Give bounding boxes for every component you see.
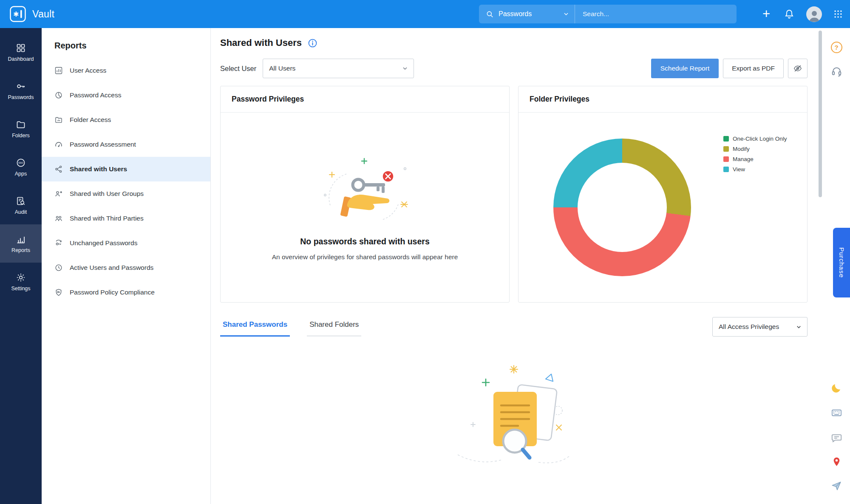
chevron-down-icon — [796, 324, 802, 330]
password-access-icon — [54, 91, 63, 99]
info-icon[interactable] — [307, 38, 318, 48]
key-icon — [16, 81, 26, 91]
eye-off-icon — [793, 64, 802, 73]
legend-item: One-Click Login Only — [723, 136, 787, 142]
legend-item: Manage — [723, 156, 787, 162]
password-assessment-icon — [54, 140, 63, 149]
legend-label: View — [733, 166, 745, 173]
report-item-password-policy-compliance[interactable]: Password Policy Compliance — [42, 280, 210, 305]
report-item-shared-with-user-groups[interactable]: Shared with User Groups — [42, 181, 210, 206]
export-pdf-button[interactable]: Export as PDF — [723, 59, 784, 78]
legend-item: View — [723, 166, 787, 173]
sidebar-item-audit[interactable]: Audit — [0, 186, 42, 224]
report-item-label: Shared with Users — [70, 165, 127, 173]
search-input[interactable] — [575, 5, 737, 23]
hand-key-empty-illustration — [314, 154, 416, 227]
shared-with-users-icon — [54, 165, 63, 173]
legend-swatch — [723, 167, 729, 172]
select-user-dropdown[interactable]: All Users — [263, 59, 414, 78]
reports-chart-icon — [16, 234, 26, 244]
search-scope-dropdown[interactable]: Passwords — [479, 5, 575, 23]
svg-text:SSO: SSO — [18, 161, 23, 164]
legend-label: Manage — [733, 156, 754, 162]
chevron-down-icon — [563, 11, 570, 17]
report-item-active-users-and-passwords[interactable]: Active Users and Passwords — [42, 255, 210, 280]
feedback-chat-icon[interactable] — [830, 431, 843, 444]
report-item-shared-with-users[interactable]: Shared with Users — [42, 157, 210, 181]
folder-privileges-card: Folder Privileges One-Click Login Only M… — [518, 86, 808, 303]
search-scope-label: Passwords — [499, 10, 563, 18]
reports-panel-title: Reports — [42, 28, 210, 58]
apps-grid-icon[interactable] — [832, 8, 844, 20]
main-content: Shared with Users Select User All Users … — [211, 28, 818, 504]
legend-swatch — [723, 136, 729, 142]
help-icon[interactable]: ? — [830, 41, 843, 54]
access-privileges-filter[interactable]: All Access Privileges — [712, 317, 808, 337]
sidebar-item-label: Apps — [15, 171, 27, 177]
shared-with-third-parties-icon — [54, 214, 63, 223]
report-item-shared-with-third-parties[interactable]: Shared with Third Parties — [42, 206, 210, 231]
password-policy-compliance-icon — [54, 288, 63, 297]
sidebar-item-apps[interactable]: SSO Apps — [0, 148, 42, 186]
report-item-folder-access[interactable]: Folder Access — [42, 108, 210, 132]
user-avatar[interactable] — [806, 6, 822, 22]
legend-item: Modify — [723, 146, 787, 152]
tab-shared-passwords[interactable]: Shared Passwords — [220, 317, 290, 337]
empty-state-subtitle: An overview of privileges for shared pas… — [272, 253, 458, 261]
report-item-password-assessment[interactable]: Password Assessment — [42, 132, 210, 157]
dashboard-icon — [16, 43, 26, 53]
documents-search-empty-illustration — [450, 360, 578, 472]
folder-icon — [16, 119, 26, 130]
sidebar-item-label: Audit — [15, 209, 27, 215]
chevron-down-icon — [402, 65, 408, 72]
report-item-label: Password Access — [70, 91, 121, 99]
sidebar-item-label: Dashboard — [8, 56, 34, 62]
report-item-password-access[interactable]: Password Access — [42, 83, 210, 108]
report-item-user-access[interactable]: User Access — [42, 58, 210, 83]
report-item-label: User Access — [70, 67, 106, 74]
schedule-report-button[interactable]: Schedule Report — [651, 59, 719, 78]
vertical-scrollbar[interactable] — [819, 31, 822, 197]
sidebar-item-label: Folders — [12, 133, 30, 139]
empty-state-title: No passwords shared with users — [300, 237, 430, 246]
location-pin-icon[interactable] — [830, 455, 843, 468]
select-user-label: Select User — [220, 65, 256, 73]
report-item-label: Unchanged Passwords — [70, 239, 137, 247]
purchase-tab[interactable]: Purchase — [833, 228, 850, 297]
report-item-unchanged-passwords[interactable]: Unchanged Passwords — [42, 231, 210, 255]
report-item-label: Password Assessment — [70, 141, 136, 148]
sidebar-item-passwords[interactable]: Passwords — [0, 71, 42, 110]
card-title: Password Privileges — [232, 95, 304, 104]
legend-label: Modify — [733, 146, 750, 152]
report-item-label: Active Users and Passwords — [70, 264, 153, 272]
legend-swatch — [723, 156, 729, 162]
sidebar-item-dashboard[interactable]: Dashboard — [0, 33, 42, 71]
app-title: Vault — [32, 8, 54, 20]
folder-access-icon — [54, 116, 63, 124]
paper-plane-send-icon[interactable] — [830, 479, 843, 492]
report-item-label: Password Policy Compliance — [70, 289, 155, 296]
legend-label: One-Click Login Only — [733, 136, 787, 142]
global-search: Passwords — [479, 5, 737, 23]
shared-with-user-groups-icon — [54, 190, 63, 198]
sidebar-item-reports[interactable]: Reports — [0, 224, 42, 263]
keyboard-shortcuts-icon[interactable] — [830, 406, 843, 419]
page-title: Shared with Users — [220, 37, 302, 48]
vault-logo-icon[interactable]: ✱ — [9, 6, 26, 23]
sidebar-item-label: Settings — [11, 286, 30, 292]
support-headset-icon[interactable] — [830, 65, 843, 78]
tab-shared-folders[interactable]: Shared Folders — [307, 317, 361, 337]
night-mode-moon-icon[interactable] — [830, 382, 843, 394]
notifications-bell-icon[interactable] — [783, 8, 795, 20]
sso-apps-icon: SSO — [16, 158, 26, 168]
hide-privileges-button[interactable] — [788, 59, 808, 78]
sidebar-item-label: Reports — [11, 247, 30, 253]
search-icon — [486, 10, 494, 18]
report-item-label: Shared with Third Parties — [70, 215, 144, 222]
sidebar-item-settings[interactable]: Settings — [0, 263, 42, 301]
add-button[interactable]: + — [760, 8, 772, 20]
primary-sidebar: Dashboard Passwords Folders SSO Apps Aud… — [0, 28, 42, 504]
legend-swatch — [723, 146, 729, 152]
sidebar-item-folders[interactable]: Folders — [0, 110, 42, 148]
active-users-passwords-icon — [54, 263, 63, 272]
